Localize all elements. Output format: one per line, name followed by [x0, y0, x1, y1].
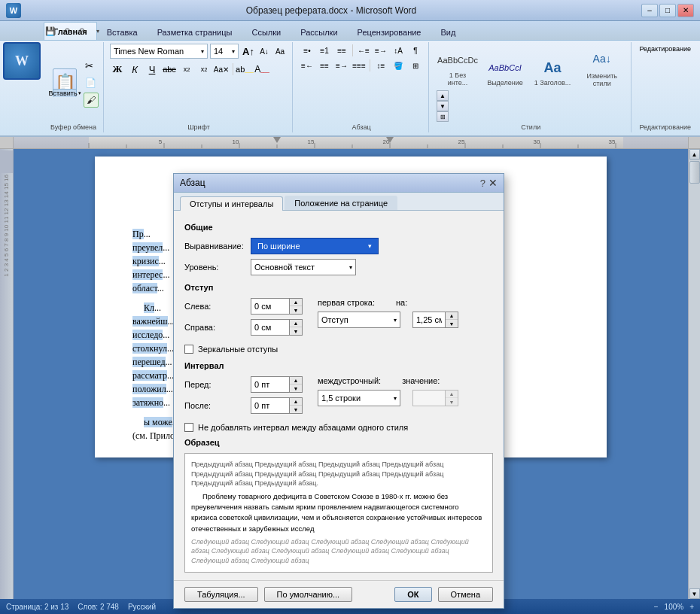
align-right-button[interactable]: ≡→ [333, 59, 350, 72]
cut-button[interactable]: ✂ [83, 59, 99, 73]
scroll-up-button[interactable]: ▲ [689, 149, 700, 160]
zoom-in-button[interactable]: + [689, 603, 694, 611]
styles-scroll: ▲ ▼ ⊞ [437, 90, 449, 122]
style-normal[interactable]: AaBbCcDc 1 Без инте... [435, 47, 480, 89]
level-select[interactable]: Основной текст ▾ [251, 259, 356, 275]
undo-qa-button[interactable]: ↶ [59, 24, 73, 38]
dialog-tab-indent[interactable]: Отступы и интервалы [180, 196, 283, 211]
change-styles-button[interactable]: Аа↓ Изменить стили [577, 44, 626, 89]
style-heading[interactable]: Aa 1 Заголов... [530, 54, 575, 89]
mirror-checkbox[interactable] [184, 345, 193, 354]
editing-group-label: Редактирование [639, 122, 691, 131]
line-spacing-button[interactable]: ↕≡ [373, 59, 389, 72]
align-center-button[interactable]: ≡≡ [316, 59, 333, 72]
default-button[interactable]: По умолчанию... [264, 587, 353, 602]
font-color-button[interactable]: А___ [254, 62, 269, 77]
indent-right-input[interactable] [251, 320, 289, 335]
multilevel-button[interactable]: ≡≡ [333, 44, 350, 57]
highlight-button[interactable]: ab___ [237, 62, 252, 77]
sort-button[interactable]: ↕A [390, 44, 406, 57]
indent-right-down[interactable]: ▼ [290, 327, 302, 335]
increase-indent-button[interactable]: ≡→ [373, 44, 389, 57]
before-down[interactable]: ▼ [290, 385, 302, 392]
before-spin[interactable]: ▲ ▼ [251, 376, 303, 393]
show-hide-button[interactable]: ¶ [407, 44, 424, 57]
styles-scroll-up[interactable]: ▲ [437, 90, 449, 101]
before-input[interactable] [251, 377, 289, 392]
format-painter-button[interactable]: 🖌 [83, 93, 99, 108]
styles-expand[interactable]: ⊞ [437, 111, 449, 122]
na-down[interactable]: ▼ [446, 320, 458, 327]
decrease-indent-button[interactable]: ←≡ [355, 44, 372, 57]
dialog-close-button[interactable]: ✕ [488, 177, 498, 189]
align-left-button[interactable]: ≡← [299, 59, 315, 72]
scroll-down-button[interactable]: ▼ [689, 588, 700, 599]
na-up[interactable]: ▲ [446, 312, 458, 320]
borders-button[interactable]: ⊞ [407, 59, 424, 72]
after-input[interactable] [251, 398, 289, 413]
line-spacing-select[interactable]: 1,5 строки ▾ [318, 390, 400, 406]
superscript-button[interactable]: x2 [196, 62, 212, 77]
office-button[interactable]: W [3, 42, 41, 80]
tab-mailings[interactable]: Рассылки [291, 23, 347, 40]
indent-left-input[interactable] [251, 299, 289, 314]
dialog-help-button[interactable]: ? [480, 178, 485, 189]
editing-button[interactable]: Редактирование [638, 44, 692, 54]
after-spin[interactable]: ▲ ▼ [251, 397, 303, 414]
change-styles-label: Изменить стили [580, 72, 623, 87]
align-justify-button[interactable]: ≡≡≡ [351, 59, 367, 72]
clear-format-button[interactable]: Аа✕ [214, 62, 229, 77]
tab-review[interactable]: Рецензирование [348, 23, 431, 40]
italic-button[interactable]: К [127, 62, 142, 77]
bold-button[interactable]: Ж [110, 62, 125, 77]
dialog-tab-position[interactable]: Положение на странице [285, 196, 397, 210]
decrease-font-button[interactable]: A↓ [257, 44, 272, 59]
strikethrough-button[interactable]: abc [162, 62, 177, 77]
bullets-button[interactable]: ≡• [299, 44, 315, 57]
first-line-select[interactable]: Отступ ▾ [318, 312, 400, 328]
na-spin[interactable]: ▲ ▼ [412, 312, 458, 328]
close-button[interactable]: ✕ [677, 4, 694, 17]
underline-button[interactable]: Ч [145, 62, 160, 77]
vertical-scrollbar[interactable]: ▲ ▼ [688, 149, 700, 599]
alignment-select[interactable]: По ширине ▾ [251, 238, 379, 254]
style-highlight[interactable]: AaBbCcI Выделение [482, 54, 528, 89]
indent-left-up[interactable]: ▲ [290, 299, 302, 306]
styles-scroll-down[interactable]: ▼ [437, 101, 449, 111]
before-up[interactable]: ▲ [290, 377, 302, 385]
quick-access-toolbar: 💾 ↶ ↷ ▾ [44, 24, 105, 38]
indent-left-spin[interactable]: ▲ ▼ [251, 298, 303, 315]
maximize-button[interactable]: □ [659, 4, 676, 17]
subscript-button[interactable]: x2 [179, 62, 194, 77]
tab-references[interactable]: Ссылки [242, 23, 291, 40]
dialog-titlebar: Абзац ? ✕ [174, 174, 504, 193]
tab-view[interactable]: Вид [431, 23, 466, 40]
numbering-button[interactable]: ≡1 [316, 44, 333, 57]
qa-dropdown-button[interactable]: ▾ [91, 24, 105, 38]
after-down[interactable]: ▼ [290, 406, 302, 413]
increase-font-button[interactable]: A↑ [241, 44, 256, 59]
tab-page-layout[interactable]: Разметка страницы [148, 23, 242, 40]
minimize-button[interactable]: – [641, 4, 658, 17]
copy-button[interactable]: 📄 [83, 76, 99, 90]
zoom-out-button[interactable]: − [654, 603, 659, 611]
change-case-button[interactable]: Aa [272, 44, 288, 59]
indent-right-spin[interactable]: ▲ ▼ [251, 319, 303, 336]
no-interval-checkbox[interactable] [184, 423, 193, 432]
font-size-select[interactable]: 14 ▾ [210, 44, 239, 59]
cancel-button[interactable]: Отмена [438, 587, 493, 602]
paste-dropdown[interactable]: Вставить▾ [53, 89, 76, 97]
na-input[interactable] [413, 312, 445, 327]
ok-button[interactable]: ОК [394, 587, 431, 602]
paste-button[interactable]: 📋 Вставить▾ [48, 67, 81, 99]
indent-right-up[interactable]: ▲ [290, 320, 302, 327]
indent-left-down[interactable]: ▼ [290, 306, 302, 314]
para-top-btns: ≡• ≡1 ≡≡ ←≡ ≡→ ↕A ¶ [299, 44, 424, 57]
scrollbar-thumb[interactable] [689, 161, 700, 184]
fill-color-button[interactable]: 🪣 [390, 59, 406, 72]
redo-qa-button[interactable]: ↷ [75, 24, 89, 38]
save-qa-button[interactable]: 💾 [44, 24, 57, 38]
font-name-select[interactable]: Times New Roman ▾ [110, 44, 208, 59]
after-up[interactable]: ▲ [290, 398, 302, 406]
tabulation-button[interactable]: Табуляция... [184, 587, 258, 602]
